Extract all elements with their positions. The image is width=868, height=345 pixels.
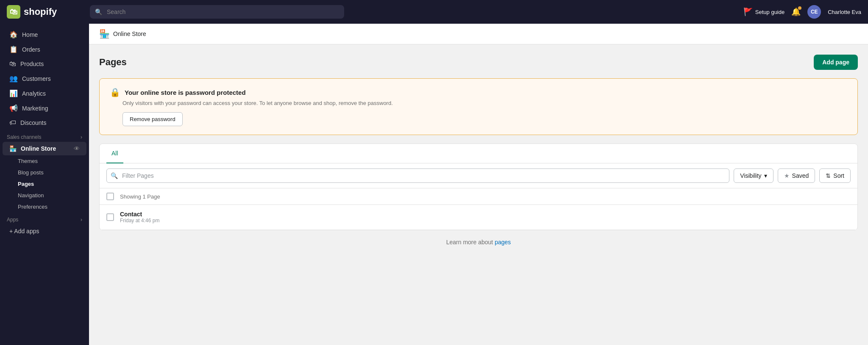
search-bar: 🔍 xyxy=(90,5,344,19)
notification-dot xyxy=(798,6,801,10)
flag-icon: 🚩 xyxy=(743,7,753,17)
orders-icon: 📋 xyxy=(9,45,18,53)
online-store-label: Online Store xyxy=(21,145,56,152)
main-content: 🏪 Online Store Pages Add page 🔒 Your onl… xyxy=(89,24,868,345)
apps-section: Apps › xyxy=(0,213,89,224)
visibility-button[interactable]: Visibility ▾ xyxy=(734,168,773,183)
page-content: Pages Add page 🔒 Your online store is pa… xyxy=(89,44,868,264)
tabs-row: All xyxy=(100,144,857,163)
home-icon: 🏠 xyxy=(9,30,18,39)
sort-button[interactable]: ⇅ Sort xyxy=(819,168,851,183)
sidebar-label-marketing: Marketing xyxy=(22,105,48,112)
filter-row: 🔍 Visibility ▾ ★ Saved ⇅ Sort xyxy=(100,163,857,188)
sidebar-item-pages[interactable]: Pages xyxy=(18,178,89,190)
learn-more-footer: Learn more about pages xyxy=(99,230,858,254)
sidebar-item-customers[interactable]: 👥 Customers xyxy=(3,71,86,86)
tab-all[interactable]: All xyxy=(106,144,123,163)
filter-pages-input[interactable] xyxy=(106,168,729,183)
sidebar-label-customers: Customers xyxy=(22,75,51,82)
saved-button[interactable]: ★ Saved xyxy=(778,168,815,183)
banner-title: Your online store is password protected xyxy=(125,89,246,96)
row-date: Friday at 4:46 pm xyxy=(120,218,159,224)
password-banner: 🔒 Your online store is password protecte… xyxy=(99,78,858,135)
sidebar-item-products[interactable]: 🛍 Products xyxy=(3,57,86,71)
setup-guide-link[interactable]: 🚩 Setup guide xyxy=(743,7,785,17)
sidebar-item-blog-posts[interactable]: Blog posts xyxy=(18,167,89,178)
chevron-down-icon: ▾ xyxy=(764,172,767,179)
sidebar-item-add-apps[interactable]: + Add apps xyxy=(3,224,86,238)
avatar[interactable]: CE xyxy=(807,5,821,19)
products-icon: 🛍 xyxy=(9,60,16,68)
sidebar-item-navigation[interactable]: Navigation xyxy=(18,190,89,201)
row-content: Contact Friday at 4:46 pm xyxy=(120,211,159,224)
sidebar-item-analytics[interactable]: 📊 Analytics xyxy=(3,86,86,101)
sidebar-label-orders: Orders xyxy=(22,46,40,53)
page-title-row: Pages Add page xyxy=(99,55,858,70)
discounts-icon: 🏷 xyxy=(9,119,16,127)
select-all-checkbox[interactable] xyxy=(106,193,114,200)
breadcrumb: Online Store xyxy=(113,30,146,37)
shopify-wordmark: shopify xyxy=(24,6,57,17)
table-header-row: Showing 1 Page xyxy=(100,188,857,205)
search-input[interactable] xyxy=(90,5,344,19)
shopify-bag-icon: 🛍 xyxy=(7,5,20,19)
sidebar: 🏠 Home 📋 Orders 🛍 Products 👥 Customers 📊… xyxy=(0,24,89,345)
table-row[interactable]: Contact Friday at 4:46 pm xyxy=(100,205,857,230)
add-apps-label: + Add apps xyxy=(9,228,39,235)
customers-icon: 👥 xyxy=(9,75,18,83)
sidebar-label-products: Products xyxy=(20,61,44,67)
sidebar-item-orders[interactable]: 📋 Orders xyxy=(3,42,86,57)
eye-icon[interactable]: 👁 xyxy=(74,145,80,152)
sales-channels-expand-icon[interactable]: › xyxy=(81,134,82,140)
add-page-button[interactable]: Add page xyxy=(814,55,858,70)
filter-search-icon: 🔍 xyxy=(111,172,118,179)
sidebar-item-home[interactable]: 🏠 Home xyxy=(3,27,86,42)
lock-icon: 🔒 xyxy=(110,87,120,97)
sort-icon: ⇅ xyxy=(826,172,831,179)
pages-card: All 🔍 Visibility ▾ ★ Saved xyxy=(99,144,858,230)
row-title: Contact xyxy=(120,211,159,218)
sidebar-label-analytics: Analytics xyxy=(22,90,46,97)
sidebar-item-discounts[interactable]: 🏷 Discounts xyxy=(3,116,86,130)
sidebar-label-home: Home xyxy=(22,31,38,38)
sidebar-item-preferences[interactable]: Preferences xyxy=(18,201,89,213)
apps-expand-icon[interactable]: › xyxy=(81,217,82,223)
banner-description: Only visitors with your password can acc… xyxy=(122,100,847,106)
breadcrumb-icon: 🏪 xyxy=(99,29,110,39)
row-checkbox-contact[interactable] xyxy=(106,213,114,221)
notifications-button[interactable]: 🔔 xyxy=(791,7,801,17)
filter-input-wrap: 🔍 xyxy=(106,168,729,183)
online-store-icon: 🏪 xyxy=(9,145,17,152)
remove-password-button[interactable]: Remove password xyxy=(122,112,183,126)
analytics-icon: 📊 xyxy=(9,89,18,97)
shopify-logo[interactable]: 🛍 shopify xyxy=(7,5,83,19)
online-store-sub-menu: Themes Blog posts Pages Navigation Prefe… xyxy=(0,155,89,213)
sidebar-item-online-store[interactable]: 🏪 Online Store 👁 xyxy=(3,142,86,155)
breadcrumb-bar: 🏪 Online Store xyxy=(89,24,868,44)
sidebar-item-themes[interactable]: Themes xyxy=(18,155,89,167)
user-name: Charlotte Eva xyxy=(828,9,861,15)
top-nav-right: 🚩 Setup guide 🔔 CE Charlotte Eva xyxy=(743,5,861,19)
marketing-icon: 📢 xyxy=(9,104,18,112)
sidebar-item-marketing[interactable]: 📢 Marketing xyxy=(3,101,86,116)
pages-link[interactable]: pages xyxy=(495,239,511,246)
sidebar-label-discounts: Discounts xyxy=(20,119,46,126)
top-navigation: 🛍 shopify 🔍 🚩 Setup guide 🔔 CE Charlotte… xyxy=(0,0,868,24)
search-icon: 🔍 xyxy=(95,8,102,15)
sales-channels-section: Sales channels › xyxy=(0,130,89,142)
showing-count: Showing 1 Page xyxy=(120,193,160,200)
star-icon: ★ xyxy=(784,172,790,179)
page-title: Pages xyxy=(99,57,127,68)
